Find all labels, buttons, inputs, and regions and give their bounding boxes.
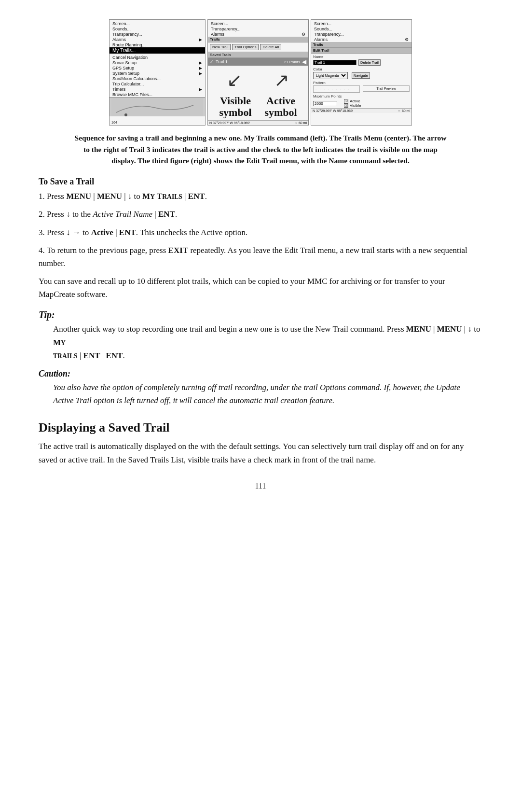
center-menu-alarms: Alarms ⚙ xyxy=(211,31,305,37)
right-pattern-label: Pattern xyxy=(313,81,411,85)
right-active-checkbox-row: ☑ Active xyxy=(344,99,361,103)
center-coord-right: ↔ 60 mi xyxy=(294,121,307,125)
right-name-input[interactable] xyxy=(313,60,356,65)
left-menu-timers: Timers▶ xyxy=(112,86,202,92)
center-trail-name: Trail 1 xyxy=(216,59,228,64)
display-para: The active trail is automatically displa… xyxy=(39,440,482,466)
active-symbol-label: Activesymbol xyxy=(264,95,297,118)
caution-text: You also have the option of completely t… xyxy=(53,381,482,407)
active-arrow-icon: ↗ xyxy=(274,70,289,91)
right-menu-screen: Screen... xyxy=(314,21,409,26)
step1-menu2: MENU xyxy=(97,192,122,201)
center-menu-transparency: Transparency... xyxy=(211,26,305,31)
left-menu-sunmoon: Sun/Moon Calculations... xyxy=(112,76,202,81)
display-heading: Displaying a Saved Trail xyxy=(39,420,482,435)
right-active-label: Active xyxy=(350,99,360,103)
center-menu-screen: Screen... xyxy=(211,21,305,26)
visible-symbol-label: Visiblesymbol xyxy=(219,95,251,118)
right-navigate-btn[interactable]: Navigate xyxy=(352,72,370,79)
tip-mytrails: MYTRAILS xyxy=(53,338,78,360)
tip-block: Tip: Another quick way to stop recording… xyxy=(39,309,482,362)
right-trails-label: Trails xyxy=(311,42,411,48)
right-color-select[interactable]: Light Magenta xyxy=(313,72,348,79)
right-max-points-row: ☑ Active ☑ Visible xyxy=(311,98,411,108)
left-screen-top-items: Screen... Sounds... Transparency... Alar… xyxy=(110,20,205,47)
center-trail-points: 21 Points xyxy=(284,60,300,64)
step4-exit: EXIT xyxy=(168,246,189,255)
para-mmc: You can save and recall up to 10 differe… xyxy=(39,275,482,301)
right-coord-left: N 37°29.997' W 95°18.969' xyxy=(313,109,353,112)
right-menu-transparency: Transparency... xyxy=(314,31,409,37)
step-2: 2. Press ↓ to the Active Trail Name | EN… xyxy=(39,208,482,221)
left-menu-browse-mmc: Browse MMC Files... xyxy=(112,92,202,97)
caption-text: Sequence for saving a trail and beginnin… xyxy=(75,134,447,165)
left-map-graphic xyxy=(111,98,203,116)
left-screen-lower-items: Cancel Navigation Sonar Setup▶ GPS Setup… xyxy=(110,54,205,97)
left-menu-transparency: Transparency... xyxy=(112,31,202,37)
tip-text: Another quick way to stop recording one … xyxy=(53,322,482,362)
delete-all-btn[interactable]: Delete All xyxy=(260,44,281,50)
tip-menu2: MENU xyxy=(437,324,462,334)
right-visible-checkbox[interactable]: ☑ xyxy=(344,103,348,108)
step-1: 1. Press MENU | MENU | ↓ to MY TRAILS | … xyxy=(39,190,482,203)
center-symbol-labels: Visiblesymbol Activesymbol xyxy=(208,92,308,120)
right-delete-trail-btn[interactable]: Delete Trail xyxy=(358,59,381,66)
right-menu-sounds: Sounds... xyxy=(314,26,409,31)
right-coord-bar: N 37°29.997' W 95°18.969' ↔ 60 mi xyxy=(311,108,411,113)
new-trail-btn[interactable]: New Trail xyxy=(210,44,231,50)
left-menu-gps: GPS Setup▶ xyxy=(112,65,202,70)
center-screen: Screen... Transparency... Alarms ⚙ Trail… xyxy=(207,19,309,126)
step2-italic: Active Trail Name xyxy=(93,210,152,219)
step-3: 3. Press ↓ → to Active | ENT. This unche… xyxy=(39,226,482,239)
right-trail-preview-label: Trail Preview xyxy=(363,85,410,92)
center-coord-bar: N 37°29.997' W 95°18.969' ↔ 60 mi xyxy=(208,120,308,125)
right-name-row: Delete Trail xyxy=(311,59,411,66)
right-active-checkbox[interactable]: ☑ xyxy=(344,99,348,103)
tip-ent1: ENT xyxy=(83,351,100,360)
left-menu-tripcalc: Trip Calculator... xyxy=(112,81,202,86)
right-screen-top: Screen... Sounds... Transparency... Alar… xyxy=(311,20,411,42)
left-menu-screen: Screen... xyxy=(112,21,202,26)
caption: Sequence for saving a trail and beginnin… xyxy=(72,132,449,166)
to-save-heading: To Save a Trail xyxy=(39,177,482,187)
center-saved-trails-label: Saved Trails xyxy=(208,52,308,58)
left-zoom: 164 xyxy=(111,121,117,124)
step-4: 4. To return to the previous page, press… xyxy=(39,244,482,270)
right-color-row: Light Magenta Navigate xyxy=(311,71,411,80)
center-screen-top: Screen... Transparency... Alarms ⚙ xyxy=(208,20,308,37)
tip-ent2: ENT xyxy=(106,351,123,360)
right-menu-alarms: Alarms ⚙ xyxy=(314,37,409,42)
right-pattern-preview-row: · · · · · · · · · Trail Preview xyxy=(311,85,411,93)
tip-menu1: MENU xyxy=(406,324,431,334)
right-coord-right: ↔ 60 mi xyxy=(398,109,410,112)
left-menu-system: System Setup▶ xyxy=(112,70,202,76)
center-arrow-area: ↙ ↗ xyxy=(208,66,308,92)
step1-mytrails: MY TRAILS xyxy=(142,192,182,201)
right-visible-checkbox-row: ☑ Visible xyxy=(344,103,361,108)
page-number: 111 xyxy=(39,482,482,490)
right-name-label: Name xyxy=(313,55,411,59)
center-trail-row: ✓ Trail 1 21 Points ◀ xyxy=(208,58,308,66)
center-trail-arrow: ◀ xyxy=(302,58,306,65)
left-menu-route: Route Planning... xyxy=(112,42,202,47)
step1-ent: ENT xyxy=(188,192,205,201)
left-menu-cancel-nav: Cancel Navigation xyxy=(112,55,202,60)
left-map-strip: 164 xyxy=(110,97,205,116)
left-menu-my-trails-highlighted: My Trails... xyxy=(110,47,205,54)
step2-ent: ENT xyxy=(158,210,175,219)
left-menu-alarms: Alarms▶ xyxy=(112,37,202,42)
visible-arrow-icon: ↙ xyxy=(227,70,242,91)
right-visible-label: Visible xyxy=(350,103,361,108)
left-menu-sonar: Sonar Setup▶ xyxy=(112,60,202,65)
screenshot-area: Screen... Sounds... Transparency... Alar… xyxy=(39,19,482,126)
right-color-label: Color xyxy=(313,67,411,71)
svg-rect-0 xyxy=(111,98,203,116)
right-max-points-input[interactable] xyxy=(313,101,337,106)
tip-heading: Tip: xyxy=(39,309,482,321)
step3-ent: ENT xyxy=(119,228,136,237)
center-trails-buttons[interactable]: New Trail Trail Options Delete All xyxy=(208,42,308,52)
right-pattern-dots: · · · · · · · · · xyxy=(313,85,360,93)
step3-active: Active xyxy=(91,228,113,237)
trail-options-btn[interactable]: Trail Options xyxy=(232,44,259,50)
caution-heading: Caution: xyxy=(39,369,482,379)
